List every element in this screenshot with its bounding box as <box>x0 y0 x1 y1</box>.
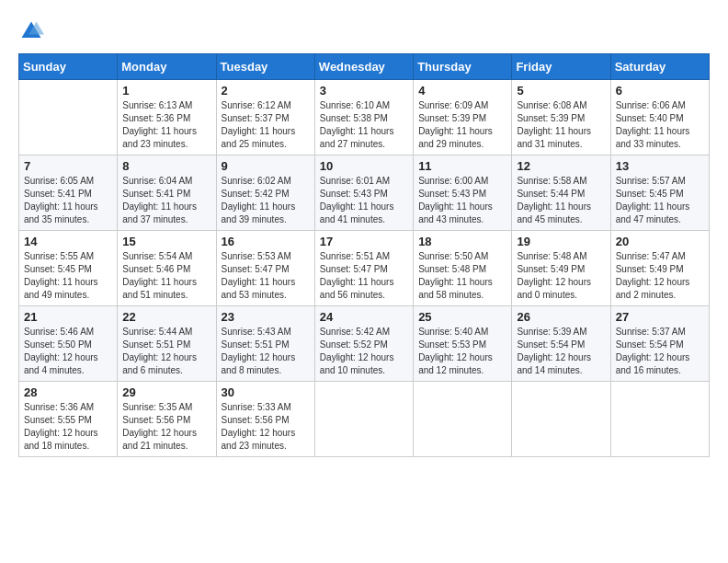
day-number: 23 <box>222 310 310 324</box>
day-info: Sunrise: 6:06 AMSunset: 5:40 PMDaylight:… <box>616 99 704 151</box>
day-number: 8 <box>122 159 210 173</box>
day-number: 16 <box>222 235 310 248</box>
weekday-header-monday: Monday <box>118 54 216 80</box>
day-number: 13 <box>616 159 704 173</box>
day-info: Sunrise: 6:10 AMSunset: 5:38 PMDaylight:… <box>320 99 408 151</box>
day-info: Sunrise: 5:37 AMSunset: 5:54 PMDaylight:… <box>616 326 704 377</box>
calendar-cell: 28Sunrise: 5:36 AMSunset: 5:55 PMDayligh… <box>19 382 118 457</box>
calendar-cell: 18Sunrise: 5:50 AMSunset: 5:48 PMDayligh… <box>414 231 512 306</box>
calendar-cell <box>314 382 413 457</box>
day-info: Sunrise: 6:00 AMSunset: 5:43 PMDaylight:… <box>418 175 506 226</box>
calendar-cell: 20Sunrise: 5:47 AMSunset: 5:49 PMDayligh… <box>610 231 709 306</box>
day-number: 1 <box>122 84 210 98</box>
day-info: Sunrise: 6:01 AMSunset: 5:43 PMDaylight:… <box>320 175 408 226</box>
day-number: 7 <box>24 159 112 173</box>
calendar-cell: 14Sunrise: 5:55 AMSunset: 5:45 PMDayligh… <box>19 231 118 306</box>
day-number: 20 <box>616 235 704 248</box>
calendar-cell: 24Sunrise: 5:42 AMSunset: 5:52 PMDayligh… <box>314 306 413 382</box>
logo <box>18 18 48 44</box>
day-number: 2 <box>222 84 310 98</box>
weekday-header-row: SundayMondayTuesdayWednesdayThursdayFrid… <box>19 54 710 80</box>
calendar-cell: 17Sunrise: 5:51 AMSunset: 5:47 PMDayligh… <box>314 231 413 306</box>
day-info: Sunrise: 5:51 AMSunset: 5:47 PMDaylight:… <box>320 250 408 302</box>
day-number: 22 <box>122 310 210 324</box>
calendar-cell: 11Sunrise: 6:00 AMSunset: 5:43 PMDayligh… <box>414 155 512 231</box>
day-number: 17 <box>320 235 408 248</box>
calendar-cell <box>610 382 709 457</box>
weekday-header-wednesday: Wednesday <box>314 54 413 80</box>
day-info: Sunrise: 6:09 AMSunset: 5:39 PMDaylight:… <box>418 99 506 151</box>
calendar-cell: 15Sunrise: 5:54 AMSunset: 5:46 PMDayligh… <box>118 231 216 306</box>
calendar-cell: 2Sunrise: 6:12 AMSunset: 5:37 PMDaylight… <box>216 80 314 155</box>
calendar-cell: 13Sunrise: 5:57 AMSunset: 5:45 PMDayligh… <box>610 155 709 231</box>
day-number: 3 <box>320 84 408 98</box>
weekday-header-thursday: Thursday <box>414 54 512 80</box>
calendar-cell: 27Sunrise: 5:37 AMSunset: 5:54 PMDayligh… <box>610 306 709 382</box>
day-info: Sunrise: 6:12 AMSunset: 5:37 PMDaylight:… <box>222 99 310 151</box>
day-info: Sunrise: 6:02 AMSunset: 5:42 PMDaylight:… <box>222 175 310 226</box>
day-info: Sunrise: 6:05 AMSunset: 5:41 PMDaylight:… <box>24 175 112 226</box>
header <box>18 18 710 44</box>
day-number: 28 <box>24 385 112 399</box>
calendar-cell <box>19 80 118 155</box>
day-info: Sunrise: 5:33 AMSunset: 5:56 PMDaylight:… <box>222 401 310 453</box>
day-info: Sunrise: 5:36 AMSunset: 5:55 PMDaylight:… <box>24 401 112 453</box>
day-number: 12 <box>517 159 605 173</box>
day-info: Sunrise: 5:44 AMSunset: 5:51 PMDaylight:… <box>122 326 210 377</box>
day-number: 5 <box>517 84 605 98</box>
calendar-cell: 3Sunrise: 6:10 AMSunset: 5:38 PMDaylight… <box>314 80 413 155</box>
calendar-cell <box>414 382 512 457</box>
day-number: 29 <box>122 385 210 399</box>
calendar-cell: 1Sunrise: 6:13 AMSunset: 5:36 PMDaylight… <box>118 80 216 155</box>
day-info: Sunrise: 5:48 AMSunset: 5:49 PMDaylight:… <box>517 250 605 302</box>
calendar-cell: 12Sunrise: 5:58 AMSunset: 5:44 PMDayligh… <box>512 155 610 231</box>
day-info: Sunrise: 5:39 AMSunset: 5:54 PMDaylight:… <box>517 326 605 377</box>
calendar-cell: 30Sunrise: 5:33 AMSunset: 5:56 PMDayligh… <box>216 382 314 457</box>
week-row-1: 1Sunrise: 6:13 AMSunset: 5:36 PMDaylight… <box>19 80 710 155</box>
day-number: 18 <box>418 235 506 248</box>
calendar-cell: 5Sunrise: 6:08 AMSunset: 5:39 PMDaylight… <box>512 80 610 155</box>
week-row-2: 7Sunrise: 6:05 AMSunset: 5:41 PMDaylight… <box>19 155 710 231</box>
weekday-header-saturday: Saturday <box>610 54 709 80</box>
day-info: Sunrise: 5:42 AMSunset: 5:52 PMDaylight:… <box>320 326 408 377</box>
weekday-header-tuesday: Tuesday <box>216 54 314 80</box>
week-row-5: 28Sunrise: 5:36 AMSunset: 5:55 PMDayligh… <box>19 382 710 457</box>
day-number: 19 <box>517 235 605 248</box>
day-number: 27 <box>616 310 704 324</box>
week-row-3: 14Sunrise: 5:55 AMSunset: 5:45 PMDayligh… <box>19 231 710 306</box>
calendar-cell: 26Sunrise: 5:39 AMSunset: 5:54 PMDayligh… <box>512 306 610 382</box>
day-info: Sunrise: 5:57 AMSunset: 5:45 PMDaylight:… <box>616 175 704 226</box>
weekday-header-friday: Friday <box>512 54 610 80</box>
day-info: Sunrise: 5:55 AMSunset: 5:45 PMDaylight:… <box>24 250 112 302</box>
day-info: Sunrise: 5:58 AMSunset: 5:44 PMDaylight:… <box>517 175 605 226</box>
calendar-cell: 25Sunrise: 5:40 AMSunset: 5:53 PMDayligh… <box>414 306 512 382</box>
weekday-header-sunday: Sunday <box>19 54 118 80</box>
day-info: Sunrise: 5:43 AMSunset: 5:51 PMDaylight:… <box>222 326 310 377</box>
calendar-cell: 8Sunrise: 6:04 AMSunset: 5:41 PMDaylight… <box>118 155 216 231</box>
calendar: SundayMondayTuesdayWednesdayThursdayFrid… <box>18 53 710 457</box>
calendar-cell: 22Sunrise: 5:44 AMSunset: 5:51 PMDayligh… <box>118 306 216 382</box>
logo-icon <box>18 18 44 44</box>
calendar-cell: 4Sunrise: 6:09 AMSunset: 5:39 PMDaylight… <box>414 80 512 155</box>
day-number: 15 <box>122 235 210 248</box>
day-info: Sunrise: 5:53 AMSunset: 5:47 PMDaylight:… <box>222 250 310 302</box>
day-number: 9 <box>222 159 310 173</box>
calendar-cell: 29Sunrise: 5:35 AMSunset: 5:56 PMDayligh… <box>118 382 216 457</box>
day-number: 30 <box>222 385 310 399</box>
calendar-cell: 23Sunrise: 5:43 AMSunset: 5:51 PMDayligh… <box>216 306 314 382</box>
calendar-cell: 10Sunrise: 6:01 AMSunset: 5:43 PMDayligh… <box>314 155 413 231</box>
day-number: 21 <box>24 310 112 324</box>
calendar-cell: 19Sunrise: 5:48 AMSunset: 5:49 PMDayligh… <box>512 231 610 306</box>
day-number: 24 <box>320 310 408 324</box>
calendar-cell: 9Sunrise: 6:02 AMSunset: 5:42 PMDaylight… <box>216 155 314 231</box>
calendar-cell: 21Sunrise: 5:46 AMSunset: 5:50 PMDayligh… <box>19 306 118 382</box>
calendar-cell: 16Sunrise: 5:53 AMSunset: 5:47 PMDayligh… <box>216 231 314 306</box>
calendar-cell: 7Sunrise: 6:05 AMSunset: 5:41 PMDaylight… <box>19 155 118 231</box>
calendar-cell <box>512 382 610 457</box>
day-info: Sunrise: 6:13 AMSunset: 5:36 PMDaylight:… <box>122 99 210 151</box>
day-info: Sunrise: 5:46 AMSunset: 5:50 PMDaylight:… <box>24 326 112 377</box>
day-info: Sunrise: 6:08 AMSunset: 5:39 PMDaylight:… <box>517 99 605 151</box>
day-info: Sunrise: 6:04 AMSunset: 5:41 PMDaylight:… <box>122 175 210 226</box>
day-number: 25 <box>418 310 506 324</box>
day-info: Sunrise: 5:54 AMSunset: 5:46 PMDaylight:… <box>122 250 210 302</box>
